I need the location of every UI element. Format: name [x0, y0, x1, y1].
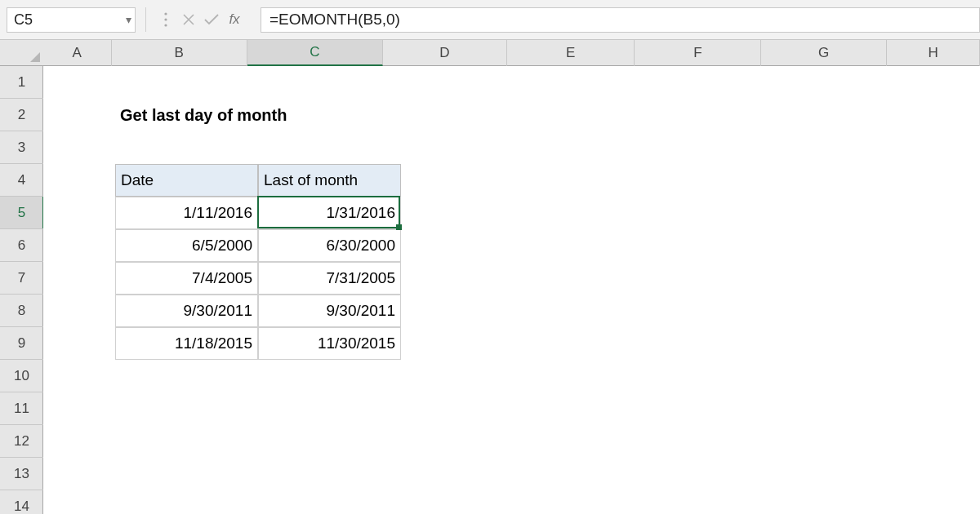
row-header-11[interactable]: 11 [0, 392, 43, 425]
column-header-A[interactable]: A [43, 40, 112, 66]
row-header-4[interactable]: 4 [0, 164, 43, 197]
row-header-2[interactable]: 2 [0, 99, 43, 131]
svg-point-0 [164, 12, 167, 15]
dots-vertical-icon[interactable] [154, 7, 177, 32]
cell-C7[interactable]: 7/31/2005 [258, 262, 401, 295]
formula-bar: C5 ▾ fx =EOMONTH(B5,0) [0, 0, 980, 40]
spreadsheet: ABCDEFGH 1234567891011121314 Get last da… [0, 40, 980, 514]
cell-C6[interactable]: 6/30/2000 [258, 229, 401, 262]
cell-B6[interactable]: 6/5/2000 [115, 229, 258, 262]
cell-B5[interactable]: 1/11/2016 [115, 197, 258, 229]
row-header-1[interactable]: 1 [0, 66, 43, 99]
row-header-6[interactable]: 6 [0, 229, 43, 262]
row-header-7[interactable]: 7 [0, 262, 43, 295]
formula-input[interactable]: =EOMONTH(B5,0) [261, 7, 980, 33]
row-header-10[interactable]: 10 [0, 360, 43, 392]
row-header-12[interactable]: 12 [0, 425, 43, 458]
column-header-H[interactable]: H [887, 40, 980, 66]
column-headers: ABCDEFGH [43, 40, 980, 66]
cell-C8[interactable]: 9/30/2011 [258, 295, 401, 327]
column-header-F[interactable]: F [635, 40, 761, 66]
row-header-14[interactable]: 14 [0, 490, 43, 514]
row-header-5[interactable]: 5 [0, 197, 43, 229]
grid[interactable]: Get last day of monthDateLast of month1/… [43, 66, 980, 514]
column-header-C[interactable]: C [247, 40, 383, 66]
name-box[interactable]: C5 ▾ [7, 7, 136, 33]
column-header-E[interactable]: E [507, 40, 635, 66]
column-header-G[interactable]: G [761, 40, 887, 66]
chevron-down-icon[interactable]: ▾ [126, 13, 131, 26]
formula-text: =EOMONTH(B5,0) [270, 11, 400, 29]
cell-B4[interactable]: Date [115, 164, 258, 197]
separator [145, 7, 146, 32]
name-box-value: C5 [14, 11, 33, 29]
cell-B9[interactable]: 11/18/2015 [115, 327, 258, 360]
row-header-3[interactable]: 3 [0, 131, 43, 164]
row-headers: 1234567891011121314 [0, 66, 43, 514]
check-icon[interactable] [200, 7, 223, 32]
cell-C9[interactable]: 11/30/2015 [258, 327, 401, 360]
row-header-8[interactable]: 8 [0, 295, 43, 327]
column-header-D[interactable]: D [383, 40, 507, 66]
svg-point-1 [164, 18, 167, 20]
cancel-icon[interactable] [177, 7, 200, 32]
column-header-B[interactable]: B [112, 40, 247, 66]
cell-B2[interactable]: Get last day of month [115, 99, 417, 131]
cell-C5[interactable]: 1/31/2016 [258, 197, 401, 229]
select-all-button[interactable] [0, 40, 43, 66]
svg-point-2 [164, 24, 167, 26]
cell-C4[interactable]: Last of month [258, 164, 401, 197]
cell-B7[interactable]: 7/4/2005 [115, 262, 258, 295]
row-header-9[interactable]: 9 [0, 327, 43, 360]
cell-B8[interactable]: 9/30/2011 [115, 295, 258, 327]
row-header-13[interactable]: 13 [0, 458, 43, 490]
fx-icon[interactable]: fx [223, 7, 246, 32]
